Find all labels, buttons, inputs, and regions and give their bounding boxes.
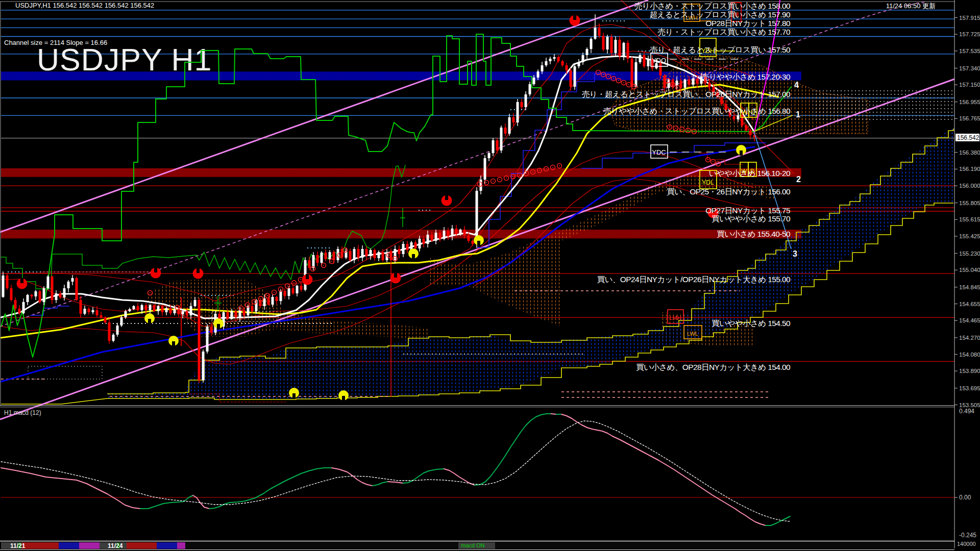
svg-text:156.542: 156.542 xyxy=(957,134,979,141)
svg-text:USDJPY,H1 156.542 156.542 156: USDJPY,H1 156.542 156.542 156.542 156.54… xyxy=(15,2,154,9)
svg-text:LWL: LWL xyxy=(687,331,698,337)
svg-text:154.080: 154.080 xyxy=(959,352,980,358)
svg-text:156.955: 156.955 xyxy=(959,99,980,105)
svg-text:0.494: 0.494 xyxy=(959,408,974,415)
svg-text:11/21: 11/21 xyxy=(10,542,26,549)
svg-text:買い、OP24日NYカット/OP26日NYカット大きめ 15: 買い、OP24日NYカット/OP26日NYカット大きめ 155.00 xyxy=(597,275,791,284)
svg-text:154.845: 154.845 xyxy=(959,284,980,290)
svg-text:OP28日NYカット 157.80: OP28日NYカット 157.80 xyxy=(705,19,791,28)
svg-text:140000: 140000 xyxy=(957,541,976,547)
svg-text:11/24 06:50 更新: 11/24 06:50 更新 xyxy=(886,2,936,10)
svg-text:YDC: YDC xyxy=(652,148,666,156)
svg-text:OP27日NYカット 155.75: OP27日NYカット 155.75 xyxy=(705,206,790,215)
svg-text:156.765: 156.765 xyxy=(959,115,980,121)
svg-text:売りやや小さめ・ストップロス買いやや小さめ 156.80: 売りやや小さめ・ストップロス買いやや小さめ 156.80 xyxy=(603,107,791,115)
svg-text:154.655: 154.655 xyxy=(959,301,980,307)
svg-text:155.615: 155.615 xyxy=(959,216,980,222)
svg-text:売り・ストップロス買い小さめ 157.70: 売り・ストップロス買い小さめ 157.70 xyxy=(657,28,791,36)
svg-text:いやや小さめ 156.10-20: いやや小さめ 156.10-20 xyxy=(709,169,791,178)
svg-text:売り・超えるとストップロス買い、OP26日NYカット 157: 売り・超えるとストップロス買い、OP26日NYカット 157.00 xyxy=(582,90,791,98)
svg-text:買い小さめ 155.40-50: 買い小さめ 155.40-50 xyxy=(717,230,791,238)
svg-text:155.040: 155.040 xyxy=(959,267,980,273)
svg-text:154.465: 154.465 xyxy=(959,317,980,323)
svg-text:YDO: YDO xyxy=(652,57,666,64)
svg-text:11/24: 11/24 xyxy=(108,542,123,549)
svg-text:買いやや小さめ 155.70: 買いやや小さめ 155.70 xyxy=(712,214,791,223)
svg-text:超えるとストップロス買い小さめ 157.90: 超えるとストップロス買い小さめ 157.90 xyxy=(650,10,791,19)
svg-text:-0.245: -0.245 xyxy=(959,532,976,539)
svg-text:153.890: 153.890 xyxy=(959,368,980,374)
svg-text:0.00: 0.00 xyxy=(959,494,971,501)
svg-text:買い、OP25・26日NYカット 156.00: 買い、OP25・26日NYカット 156.00 xyxy=(667,187,791,196)
svg-text:3: 3 xyxy=(793,249,797,258)
svg-text:157.725: 157.725 xyxy=(959,31,980,37)
svg-text:LMH: LMH xyxy=(669,315,681,321)
svg-text:Channel size = 2114 Slope = 16: Channel size = 2114 Slope = 16.66 xyxy=(4,39,107,46)
svg-text:USDJPY H1: USDJPY H1 xyxy=(37,42,212,77)
svg-text:売りやや小さめ 157.20-30: 売りやや小さめ 157.20-30 xyxy=(701,72,791,81)
svg-text:154.270: 154.270 xyxy=(959,335,980,341)
svg-text:2: 2 xyxy=(796,175,801,184)
svg-text:売り・超えるとストップロス買い 157:50: 売り・超えるとストップロス買い 157:50 xyxy=(650,45,791,54)
svg-text:153.505: 153.505 xyxy=(959,402,980,408)
svg-text:156.190: 156.190 xyxy=(959,166,980,172)
svg-text:157.340: 157.340 xyxy=(959,65,980,71)
svg-text:155.230: 155.230 xyxy=(959,251,980,257)
svg-text:157.535: 157.535 xyxy=(959,48,980,54)
svg-text:4: 4 xyxy=(794,81,799,89)
svg-text:売り小さめ・ストップロス買い小さめ 158.00: 売り小さめ・ストップロス買い小さめ 158.00 xyxy=(634,2,791,10)
svg-text:買いやや小さめ 154.50: 買いやや小さめ 154.50 xyxy=(712,319,791,328)
svg-text:157.915: 157.915 xyxy=(959,15,980,21)
svg-text:H1 macd (12): H1 macd (12) xyxy=(4,409,41,416)
svg-text:macd ON: macd ON xyxy=(461,542,485,548)
svg-text:155.425: 155.425 xyxy=(959,233,980,239)
svg-text:買い小さめ、OP28日NYカット大きめ 154.00: 買い小さめ、OP28日NYカット大きめ 154.00 xyxy=(636,363,791,371)
svg-text:YDL: YDL xyxy=(702,179,714,186)
svg-text:153.695: 153.695 xyxy=(959,385,980,391)
svg-text:156.380: 156.380 xyxy=(959,149,980,156)
svg-text:156.000: 156.000 xyxy=(959,183,980,189)
svg-text:1: 1 xyxy=(796,110,800,119)
svg-text:155.805: 155.805 xyxy=(959,200,980,206)
svg-text:157.150: 157.150 xyxy=(959,82,980,88)
